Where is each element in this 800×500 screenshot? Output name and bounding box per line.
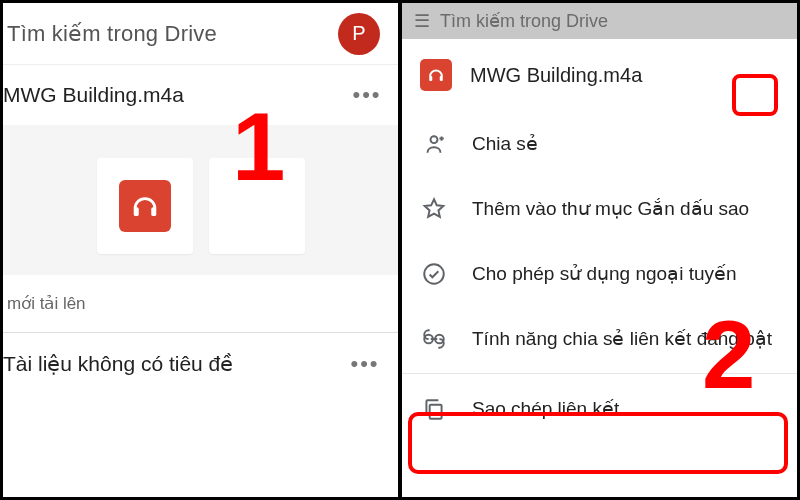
annotation-number-1: 1 xyxy=(232,92,285,202)
svg-point-5 xyxy=(424,264,444,284)
person-add-icon xyxy=(420,130,448,158)
more-horizontal-icon: ••• xyxy=(352,82,381,108)
avatar-letter: P xyxy=(352,22,365,45)
menu-item-star[interactable]: Thêm vào thư mục Gắn dấu sao xyxy=(402,176,797,241)
audio-file-icon xyxy=(119,180,171,232)
copy-icon xyxy=(420,395,448,423)
panel-divider xyxy=(398,0,402,500)
search-bar[interactable]: Tìm kiếm trong Drive P xyxy=(3,3,398,65)
menu-label: Sao chép liên kết xyxy=(472,397,619,420)
menu-item-offline[interactable]: Cho phép sử dụng ngoại tuyến xyxy=(402,241,797,306)
menu-label: Thêm vào thư mục Gắn dấu sao xyxy=(472,197,749,220)
sheet-header: MWG Building.m4a xyxy=(402,59,797,111)
file-more-button[interactable]: ••• xyxy=(346,74,388,116)
bottom-sheet: MWG Building.m4a Chia sẻ Thêm vào thư mụ… xyxy=(402,39,797,497)
menu-icon: ☰ xyxy=(414,10,430,32)
menu-label: Chia sẻ xyxy=(472,132,538,155)
file-name-label: MWG Building.m4a xyxy=(3,83,346,107)
dimmed-background: ☰ Tìm kiếm trong Drive xyxy=(402,3,797,39)
annotation-number-2: 2 xyxy=(702,300,755,410)
svg-rect-1 xyxy=(151,207,156,216)
svg-point-4 xyxy=(431,136,438,143)
sheet-file-name: MWG Building.m4a xyxy=(470,64,642,87)
offline-icon xyxy=(420,260,448,288)
menu-label: Cho phép sử dụng ngoại tuyến xyxy=(472,262,737,285)
link-icon xyxy=(420,325,448,353)
file-item[interactable]: MWG Building.m4a ••• xyxy=(3,65,398,125)
menu-item-share[interactable]: Chia sẻ xyxy=(402,111,797,176)
more-horizontal-icon: ••• xyxy=(350,351,379,377)
dim-search-text: Tìm kiếm trong Drive xyxy=(440,10,608,32)
search-placeholder: Tìm kiếm trong Drive xyxy=(3,21,338,47)
svg-rect-3 xyxy=(440,76,443,81)
drive-screen-right: ☰ Tìm kiếm trong Drive MWG Building.m4a … xyxy=(402,3,797,497)
svg-rect-8 xyxy=(430,404,442,418)
document-item[interactable]: Tài liệu không có tiêu đề ••• xyxy=(3,333,398,395)
star-icon xyxy=(420,195,448,223)
svg-rect-2 xyxy=(429,76,432,81)
document-title-label: Tài liệu không có tiêu đề xyxy=(3,352,344,376)
audio-file-icon xyxy=(420,59,452,91)
svg-rect-0 xyxy=(133,207,138,216)
drive-screen-left: Tìm kiếm trong Drive P MWG Building.m4a … xyxy=(3,3,398,497)
file-thumbnail[interactable] xyxy=(97,158,193,254)
section-recent-label: mới tải lên xyxy=(3,275,398,332)
document-more-button[interactable]: ••• xyxy=(344,343,386,385)
account-avatar[interactable]: P xyxy=(338,13,380,55)
file-thumbnail-area xyxy=(3,125,398,275)
